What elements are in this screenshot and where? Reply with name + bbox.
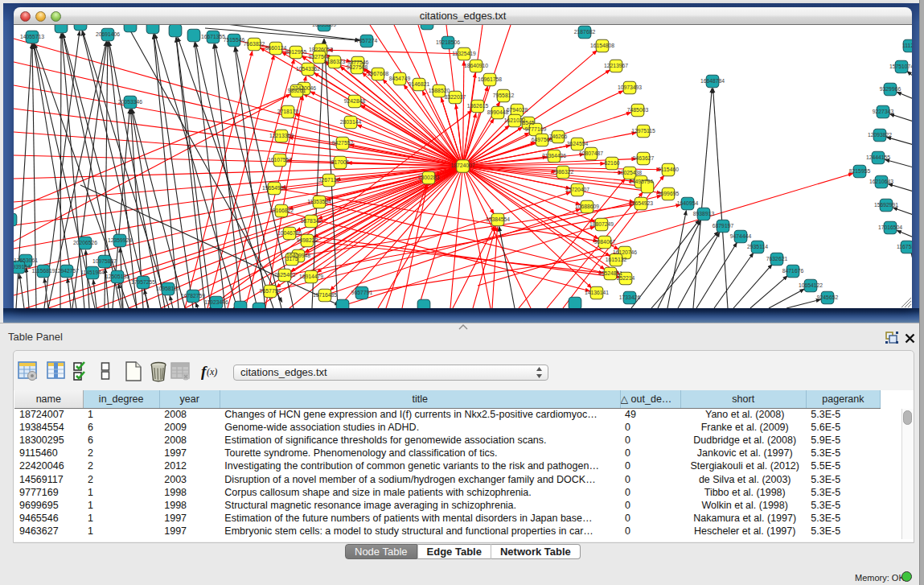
svg-text:12359924: 12359924	[108, 237, 132, 243]
svg-text:19654984: 19654984	[262, 185, 286, 191]
svg-text:16782759: 16782759	[181, 293, 205, 299]
svg-text:1733426: 1733426	[619, 295, 641, 300]
svg-text:1640954: 1640954	[677, 200, 699, 206]
svg-text:3624554: 3624554	[567, 141, 589, 146]
svg-text:8660124: 8660124	[265, 45, 287, 51]
svg-text:15692991: 15692991	[874, 202, 898, 208]
svg-text:19166822: 19166822	[269, 208, 294, 213]
svg-text:21364436: 21364436	[542, 153, 566, 159]
svg-text:11122: 11122	[902, 43, 912, 48]
svg-text:9329966: 9329966	[880, 86, 901, 92]
svg-text:10654122: 10654122	[799, 282, 823, 288]
svg-text:11325419: 11325419	[452, 51, 476, 56]
svg-text:9242848: 9242848	[344, 98, 366, 104]
svg-text:12213369: 12213369	[269, 133, 294, 138]
svg-text:10688609: 10688609	[575, 204, 599, 209]
svg-text:18640910: 18640910	[464, 63, 488, 68]
svg-text:12975115: 12975115	[631, 128, 655, 134]
svg-text:15716485: 15716485	[313, 292, 337, 298]
svg-text:18807249: 18807249	[589, 221, 614, 227]
svg-text:1615132: 1615132	[606, 257, 627, 262]
svg-text:8322037: 8322037	[445, 94, 466, 100]
svg-text:8186323: 8186323	[324, 59, 346, 64]
svg-text:9657791: 9657791	[351, 290, 373, 295]
svg-text:10025438: 10025438	[618, 170, 642, 175]
svg-text:16671355: 16671355	[201, 34, 225, 39]
svg-text:2967608: 2967608	[368, 71, 389, 76]
svg-text:11923446: 11923446	[204, 299, 228, 305]
svg-text:62160: 62160	[605, 160, 620, 166]
svg-text:8471676: 8471676	[782, 268, 804, 274]
svg-text:9115460: 9115460	[658, 167, 679, 172]
svg-text:7955812: 7955812	[493, 93, 515, 98]
svg-text:10975887: 10975887	[92, 258, 117, 264]
svg-text:7485003: 7485003	[627, 107, 649, 113]
svg-text:8545: 8545	[522, 120, 534, 126]
svg-text:8813054: 8813054	[417, 25, 438, 26]
svg-text:10046786: 10046786	[277, 230, 302, 236]
svg-text:16210643: 16210643	[869, 179, 893, 184]
svg-text:8990448: 8990448	[487, 109, 509, 115]
svg-text:8454749: 8454749	[389, 76, 411, 81]
svg-text:2803144: 2803144	[340, 119, 362, 125]
svg-text:10958107: 10958107	[156, 286, 180, 291]
svg-text:7857274: 7857274	[356, 38, 378, 43]
svg-text:6794028: 6794028	[507, 107, 528, 113]
svg-text:17653061: 17653061	[14, 257, 38, 263]
svg-text:9084067: 9084067	[594, 239, 616, 245]
svg-text:(x): (x)	[207, 366, 217, 377]
svg-text:18724007: 18724007	[450, 163, 474, 168]
svg-text:12093822: 12093822	[868, 132, 892, 138]
svg-text:10543362: 10543362	[296, 66, 320, 72]
svg-text:1362615: 1362615	[467, 103, 489, 109]
svg-text:12942757: 12942757	[55, 268, 79, 274]
svg-text:817006: 817006	[331, 159, 350, 165]
svg-text:15751074: 15751074	[889, 64, 912, 69]
svg-text:6879197: 6879197	[713, 223, 734, 229]
svg-text:9699695: 9699695	[658, 191, 680, 196]
svg-text:9245652: 9245652	[817, 295, 839, 300]
svg-text:17016504: 17016504	[878, 225, 902, 230]
svg-text:16154808: 16154808	[590, 43, 614, 48]
svg-text:16053809: 16053809	[312, 25, 336, 27]
svg-text:8938913: 8938913	[693, 211, 715, 216]
svg-text:15720407: 15720407	[565, 187, 589, 192]
svg-text:11156819: 11156819	[31, 268, 55, 274]
svg-text:7625402: 7625402	[274, 272, 296, 278]
svg-text:9146821: 9146821	[409, 81, 430, 87]
svg-text:16914479: 16914479	[299, 274, 323, 279]
svg-text:3175: 3175	[285, 256, 298, 262]
svg-text:9777169: 9777169	[525, 126, 547, 132]
svg-text:252214: 252214	[617, 275, 635, 281]
svg-text:989261: 989261	[288, 88, 306, 93]
svg-text:8912955: 8912955	[285, 49, 307, 55]
svg-text:10973493: 10973493	[618, 84, 642, 90]
svg-text:18226053: 18226053	[309, 47, 333, 52]
svg-text:16648784: 16648784	[700, 78, 725, 84]
svg-text:8215955: 8215955	[849, 168, 871, 174]
svg-text:3267130: 3267130	[318, 177, 340, 183]
svg-text:9657794: 9657794	[260, 288, 281, 294]
svg-text:9327508: 9327508	[347, 64, 368, 70]
svg-text:1588520: 1588520	[429, 88, 450, 93]
svg-text:20053346: 20053346	[118, 99, 142, 105]
svg-text:6497568: 6497568	[532, 137, 553, 142]
svg-text:2718170: 2718170	[277, 109, 299, 114]
svg-text:1167533: 1167533	[897, 244, 912, 249]
svg-text:20206526: 20206526	[73, 240, 97, 245]
svg-text:8427552: 8427552	[332, 140, 354, 146]
svg-text:7515546: 7515546	[224, 37, 245, 43]
svg-text:7663822: 7663822	[244, 41, 265, 47]
svg-text:17957255: 17957255	[131, 279, 155, 285]
svg-text:9474444: 9474444	[730, 233, 752, 239]
svg-text:7986322: 7986322	[552, 169, 574, 175]
svg-text:20691406: 20691406	[96, 31, 120, 37]
svg-text:2935114: 2935114	[747, 244, 768, 249]
svg-text:14055713: 14055713	[20, 34, 44, 39]
svg-text:16107557: 16107557	[268, 157, 292, 163]
svg-text:5878342: 5878342	[301, 218, 322, 224]
svg-text:9463627: 9463627	[633, 155, 655, 161]
svg-text:12505135: 12505135	[105, 274, 129, 279]
svg-text:16120746: 16120746	[613, 249, 637, 255]
svg-text:19384554: 19384554	[486, 216, 510, 222]
